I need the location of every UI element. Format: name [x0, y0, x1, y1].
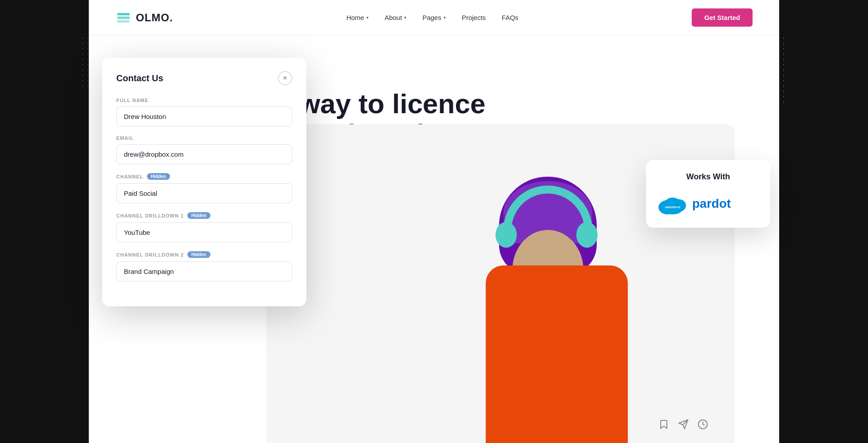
nav-faqs[interactable]: FAQs — [502, 14, 519, 21]
logo[interactable]: OLMO. — [115, 10, 173, 26]
channel-drilldown-1-field-group: CHANNEL DRILLDOWN 1 Hidden YouTube — [116, 212, 292, 242]
full-name-field-group: FULL NAME — [116, 98, 292, 127]
email-input[interactable] — [116, 144, 292, 164]
email-field-group: EMAIL — [116, 135, 292, 164]
svg-rect-2 — [117, 13, 130, 15]
svg-rect-1 — [117, 16, 130, 19]
panel-title: Contact Us — [116, 73, 163, 83]
full-name-input[interactable] — [116, 107, 292, 127]
brand-name: OLMO. — [136, 12, 173, 24]
channel-drilldown-1-label: CHANNEL DRILLDOWN 1 Hidden — [116, 212, 292, 219]
nav-projects[interactable]: Projects — [462, 14, 486, 21]
chevron-down-icon: ▾ — [404, 15, 406, 20]
bookmark-icon[interactable] — [658, 419, 669, 430]
channel-drilldown-1-value: YouTube — [116, 222, 292, 242]
full-name-label: FULL NAME — [116, 98, 292, 103]
works-with-card: Works With salesforce pardot — [646, 160, 770, 228]
channel-field-group: CHANNEL Hidden Paid Social — [116, 173, 292, 203]
jacket — [486, 265, 628, 443]
works-with-title: Works With — [657, 172, 760, 182]
pardot-text: pardot — [692, 197, 731, 211]
hero-woman-figure — [464, 194, 650, 443]
channel-drilldown-2-hidden-badge: Hidden — [187, 251, 210, 258]
navbar: OLMO. Home ▾ About ▾ Pages ▾ Projects FA… — [89, 0, 779, 36]
contact-panel: Contact Us × FULL NAME EMAIL CHANNEL Hid… — [102, 58, 306, 306]
salesforce-icon: salesforce — [657, 192, 689, 215]
headphone-right — [576, 222, 598, 248]
channel-drilldown-1-hidden-badge: Hidden — [187, 212, 210, 219]
get-started-button[interactable]: Get Started — [692, 8, 753, 27]
chevron-down-icon: ▾ — [444, 15, 446, 20]
headphone-left — [495, 222, 517, 248]
panel-header: Contact Us × — [116, 71, 292, 85]
chevron-down-icon: ▾ — [366, 15, 369, 20]
nav-pages[interactable]: Pages ▾ — [422, 14, 446, 21]
channel-drilldown-2-label: CHANNEL DRILLDOWN 2 Hidden — [116, 251, 292, 258]
channel-hidden-badge: Hidden — [147, 173, 170, 180]
channel-drilldown-2-value: Brand Campaign — [116, 261, 292, 281]
svg-text:salesforce: salesforce — [665, 206, 681, 209]
close-button[interactable]: × — [278, 71, 292, 85]
salesforce-pardot-integration: salesforce pardot — [657, 192, 760, 215]
email-label: EMAIL — [116, 135, 292, 141]
nav-about[interactable]: About ▾ — [384, 14, 406, 21]
dark-corner-left — [0, 0, 89, 443]
channel-label: CHANNEL Hidden — [116, 173, 292, 180]
channel-drilldown-2-field-group: CHANNEL DRILLDOWN 2 Hidden Brand Campaig… — [116, 251, 292, 281]
send-icon[interactable] — [678, 419, 689, 430]
channel-value: Paid Social — [116, 183, 292, 203]
dark-corner-right — [779, 0, 868, 443]
nav-home[interactable]: Home ▾ — [346, 14, 369, 21]
nav-links: Home ▾ About ▾ Pages ▾ Projects FAQs — [346, 14, 518, 21]
svg-rect-0 — [117, 20, 130, 22]
clock-icon[interactable] — [698, 419, 708, 430]
